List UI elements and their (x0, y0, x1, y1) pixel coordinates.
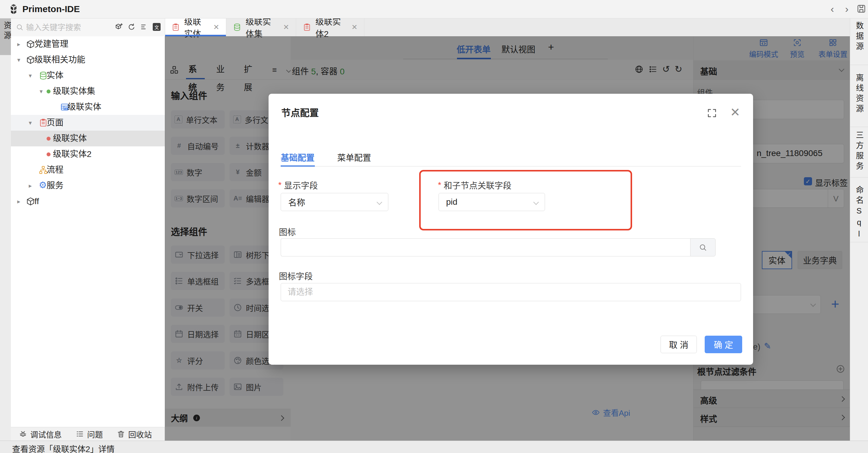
sidebar-search-row: 文 (11, 18, 165, 37)
tree-item-label: 级联实体 (53, 131, 87, 147)
tree-item[interactable]: 级联实体 (11, 131, 165, 147)
tab-underline (281, 165, 315, 167)
tree-item[interactable]: ▾级联相关功能 (11, 52, 165, 68)
chevron-right-icon[interactable]: ▸ (17, 194, 20, 209)
page-red-icon (172, 23, 180, 31)
document-tab[interactable]: 级联实体✕ (165, 18, 226, 36)
tree-item-label: 级联实体 (67, 99, 101, 115)
child-link-field-select[interactable]: pid (438, 193, 545, 211)
package-icon (26, 40, 35, 49)
tree-item[interactable]: 流程 (11, 162, 165, 178)
page-red-icon (303, 23, 311, 31)
document-tab-label: 级联实体集 (246, 15, 279, 39)
close-icon[interactable]: ✕ (730, 105, 740, 119)
display-field-select[interactable]: 名称 (281, 193, 388, 211)
rail-tab-label: 离线资源 (854, 73, 865, 115)
db-green-icon (233, 23, 241, 31)
icon-input[interactable] (281, 238, 690, 256)
required-star: * (278, 180, 282, 190)
rail-tab-label: 数据源 (854, 22, 865, 52)
tree-item[interactable]: ▸党建管理 (11, 36, 165, 52)
tree-item-label: 实体 (46, 68, 63, 84)
tree-item[interactable]: ▸⚙服务 (11, 178, 165, 194)
display-field-label: * 显示字段 (278, 179, 318, 191)
chevron-down-icon[interactable]: ▾ (40, 84, 43, 99)
tree-item[interactable]: ▸ff (11, 194, 165, 209)
chevron-down-icon[interactable]: ▾ (17, 52, 20, 68)
icon-search-button[interactable] (690, 238, 716, 256)
resource-tree: ▸党建管理▾级联相关功能▾实体▾级联实体集级联实体▾页面级联实体级联实体2流程▸… (11, 36, 165, 427)
chevron-right-icon[interactable]: ▸ (17, 36, 20, 52)
search-input[interactable] (25, 22, 114, 33)
nav-back-button[interactable]: ‹ (826, 3, 838, 15)
search-icon (699, 243, 707, 252)
toolbar-调试信息[interactable]: 调试信息 (19, 428, 62, 440)
nav-forward-button[interactable]: › (841, 3, 853, 15)
tab-basic-config[interactable]: 基础配置 (281, 151, 314, 163)
trash-icon (117, 430, 125, 438)
sort-icon[interactable] (140, 23, 149, 31)
bottom-toolbar: 调试信息问题回收站 (11, 427, 165, 441)
status-text: 查看资源「级联实体2」详情 (12, 443, 115, 453)
document-tab[interactable]: 级联实体集✕ (226, 18, 296, 36)
rail-tab-resources[interactable]: 资源 (0, 18, 11, 55)
tab-menu-config[interactable]: 菜单配置 (337, 151, 371, 163)
icon-label: 图标 (279, 226, 296, 238)
tree-item-label: 流程 (46, 162, 63, 178)
tree-item-label: 页面 (46, 115, 63, 131)
chevron-down-icon (376, 199, 382, 205)
required-star: * (438, 180, 441, 190)
chevron-down-icon[interactable]: ▾ (29, 115, 32, 131)
tree-item-label: 服务 (46, 178, 63, 194)
cancel-button[interactable]: 取 消 (660, 336, 697, 353)
tree-item[interactable]: ▾级联实体集 (11, 84, 165, 99)
dot-red-icon (46, 137, 51, 141)
rail-divider (850, 65, 868, 65)
close-icon[interactable]: ✕ (283, 23, 289, 31)
toolbar-label: 问题 (87, 428, 103, 440)
translate-icon[interactable]: 文 (153, 23, 161, 31)
tree-item-label: 级联相关功能 (34, 52, 85, 68)
child-link-field-value: pid (446, 197, 457, 207)
tree-item-label: 级联实体2 (53, 147, 92, 162)
chevron-right-icon[interactable]: ▸ (29, 178, 32, 194)
rail-tab-label: 三方服务 (854, 131, 865, 172)
dot-red-icon (46, 153, 51, 156)
rail-tab-label: 命名Sql (854, 186, 865, 241)
save-icon[interactable] (857, 4, 866, 13)
toolbar-label: 回收站 (128, 428, 152, 440)
add-model-icon[interactable] (115, 23, 123, 31)
tree-item-label: ff (34, 194, 39, 209)
tree-item[interactable]: 级联实体2 (11, 147, 165, 162)
bug-icon (19, 430, 27, 438)
document-tab[interactable]: 级联实体2✕ (296, 18, 365, 36)
ok-button[interactable]: 确 定 (705, 336, 742, 353)
node-config-modal: 节点配置 ✕ 基础配置 菜单配置 * 显示字段 * 和子节点关联字段 名称 pi… (269, 94, 753, 365)
tree-item[interactable]: ▾实体 (11, 68, 165, 84)
child-link-field-label: * 和子节点关联字段 (438, 179, 512, 191)
close-icon[interactable]: ✕ (351, 23, 358, 31)
icon-field-label: 图标字段 (279, 270, 313, 282)
gear-icon: ⚙ (39, 180, 47, 190)
sidebar-search-tools: 文 (115, 23, 161, 31)
modal-title: 节点配置 (281, 105, 319, 119)
search-icon (16, 23, 24, 31)
right-rail: 数据源离线资源三方服务命名Sql (850, 18, 868, 441)
fullscreen-icon[interactable] (707, 108, 717, 119)
package-icon (26, 197, 35, 206)
rail-tab-命名Sql[interactable]: 命名Sql (850, 186, 868, 241)
rail-divider (850, 127, 868, 127)
chevron-down-icon (533, 199, 539, 205)
rail-tab-三方服务[interactable]: 三方服务 (850, 131, 868, 172)
rail-tab-离线资源[interactable]: 离线资源 (850, 73, 868, 115)
icon-field-input[interactable] (281, 283, 741, 301)
refresh-icon[interactable] (127, 23, 136, 31)
close-icon[interactable]: ✕ (213, 23, 219, 31)
toolbar-回收站[interactable]: 回收站 (117, 428, 152, 440)
left-rail: 资源 (0, 18, 11, 441)
tree-item[interactable]: 级联实体 (11, 99, 165, 115)
toolbar-问题[interactable]: 问题 (75, 428, 103, 440)
chevron-down-icon[interactable]: ▾ (29, 68, 32, 84)
rail-tab-数据源[interactable]: 数据源 (850, 22, 868, 52)
tree-item[interactable]: ▾页面 (11, 115, 165, 131)
